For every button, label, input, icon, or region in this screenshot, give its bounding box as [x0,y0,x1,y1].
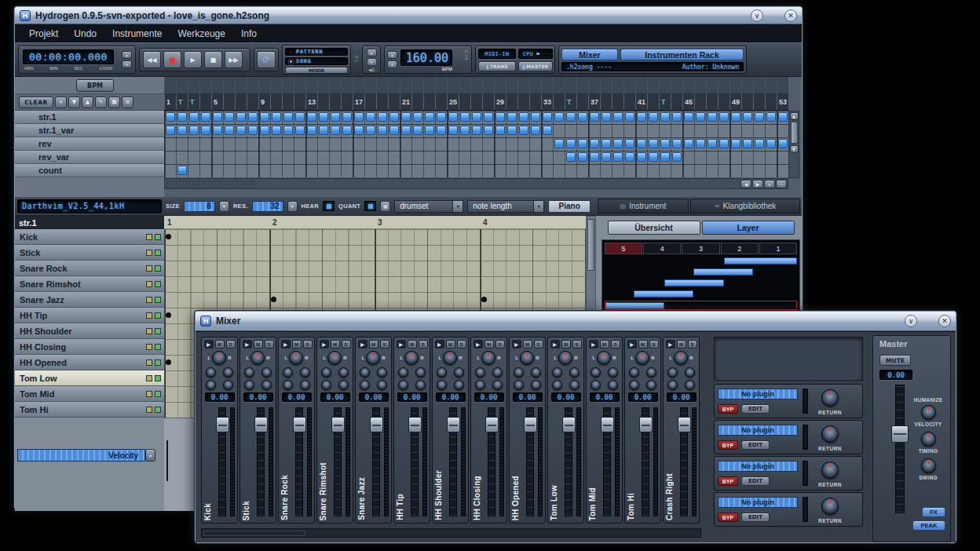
close-window-icon[interactable]: ✕ [938,315,951,327]
timeline-bpm-button[interactable]: BPM [76,79,114,92]
instrument-mute-led[interactable] [146,265,152,272]
pan-knob[interactable] [289,351,303,365]
channel-fader-handle[interactable] [216,417,229,432]
menu-info[interactable]: Info [233,27,265,41]
instrument-solo-led[interactable] [155,344,161,350]
song-pattern-cell[interactable] [378,112,387,122]
instrument-solo-led[interactable] [155,234,161,240]
instrument-row-snare-rimshot[interactable]: Snare Rimshot [15,276,164,292]
song-list-tool-button[interactable]: ≡ [122,97,133,108]
play-button[interactable]: ▶ [184,51,202,68]
song-pattern-cell[interactable] [613,112,623,122]
instrument-row-tom-mid[interactable]: Tom Mid [15,386,164,402]
channel-mute-button[interactable]: M [254,340,263,348]
pan-knob[interactable] [212,351,226,365]
song-pattern-cell[interactable] [507,112,517,122]
song-pattern-cell[interactable] [696,139,705,148]
scroll-down-icon[interactable]: ▼ [790,145,799,153]
song-pattern-cell[interactable] [166,126,175,135]
pan-knob[interactable] [250,351,265,365]
fx-bypass-button[interactable]: BYP [718,440,738,450]
pattern-vscroll-handle[interactable] [587,219,594,271]
song-pattern-cell[interactable] [472,112,481,122]
song-pattern-cell[interactable] [637,112,646,122]
instrument-mute-led[interactable] [146,312,152,319]
song-pattern-cell[interactable] [743,139,752,148]
fx-send-knob[interactable] [223,380,233,390]
song-pattern-cell[interactable] [166,112,175,122]
song-pattern-cell[interactable] [319,112,328,122]
mode-switch-button[interactable]: MODE [285,67,348,74]
tab-overview[interactable]: Übersicht [608,221,700,235]
pan-knob[interactable] [404,351,419,365]
fx-send-knob[interactable] [300,367,310,378]
instrument-row-tom-low[interactable]: Tom Low [15,370,164,386]
channel-play-button[interactable]: ▶ [281,340,291,348]
size-combo-button[interactable]: ▾ [219,201,229,212]
quantize-grid-icon[interactable]: ▦ [380,201,390,212]
fx-send-knob[interactable] [415,380,426,390]
channel-solo-button[interactable]: S [380,340,389,348]
tab-instrument[interactable]: ▤Instrument [598,199,689,213]
song-select-tool-button[interactable]: ▼ [68,97,80,108]
channel-solo-button[interactable]: S [303,340,313,348]
song-pattern-cell[interactable] [307,126,316,135]
pan-knob[interactable] [635,351,649,365]
song-pattern-cell[interactable] [684,139,693,148]
channel-fader-handle[interactable] [601,417,614,432]
hear-notes-toggle[interactable] [323,201,335,211]
channel-solo-button[interactable]: S [265,340,274,348]
drumset-combo[interactable]: drumset▾ [394,200,463,213]
song-pattern-cell[interactable] [543,112,552,122]
channel-play-button[interactable]: ▶ [320,340,329,348]
fx-bypass-button[interactable]: BYP [718,404,738,414]
scroll-left-button[interactable]: ◀ [740,180,751,188]
channel-solo-button[interactable]: S [495,340,505,348]
fx-send-knob[interactable] [591,380,601,390]
close-window-icon[interactable]: ✕ [784,9,797,22]
song-pattern-cell[interactable] [708,139,717,148]
channel-play-button[interactable]: ▶ [627,340,637,348]
channel-mute-button[interactable]: M [600,340,609,348]
song-pattern-cell[interactable] [213,126,222,135]
fx-send-knob[interactable] [206,367,216,378]
bpm-up-button[interactable]: ▴ [387,51,397,59]
fx-send-knob[interactable] [454,380,464,390]
song-pattern-cell[interactable] [484,126,493,135]
time-up-button[interactable]: ▴ [122,51,132,59]
bpm-down-button[interactable]: ▾ [387,60,397,68]
song-pattern-cell[interactable] [766,139,776,148]
channel-play-button[interactable]: ▶ [512,340,521,348]
channel-solo-button[interactable]: S [688,340,697,348]
layer-velocity-bar[interactable] [693,268,753,276]
channel-fader-handle[interactable] [331,417,345,432]
fx-send-knob[interactable] [398,380,408,390]
song-track-rev-var[interactable]: rev_var [15,151,164,164]
song-pattern-cell[interactable] [484,112,493,122]
channel-play-button[interactable]: ▶ [589,340,598,348]
fx-send-knob[interactable] [492,380,503,390]
song-pattern-cell[interactable] [649,112,658,122]
song-pattern-cell[interactable] [578,139,587,148]
fx-send-knob[interactable] [667,380,678,390]
fx-return-knob[interactable] [821,425,839,443]
song-pattern-cell[interactable] [236,112,246,122]
channel-play-button[interactable]: ▶ [243,340,252,348]
channel-mute-button[interactable]: M [215,340,225,348]
fx-send-knob[interactable] [552,367,562,378]
channel-fader-handle[interactable] [485,417,499,432]
song-pattern-cell[interactable] [519,126,528,135]
instrument-row-snare-rock[interactable]: Snare Rock [15,261,164,276]
fx-send-knob[interactable] [377,380,387,390]
pan-knob[interactable] [443,351,457,365]
layer-velocity-bar[interactable] [605,302,664,309]
channel-fader-handle[interactable] [447,417,460,432]
song-pattern-cell[interactable] [307,112,316,122]
time-down-button[interactable]: ▾ [122,60,132,68]
song-pattern-cell[interactable] [213,112,222,122]
fx-send-knob[interactable] [646,367,656,378]
song-pattern-cell[interactable] [554,112,564,122]
layer-header-5[interactable]: 5 [605,243,642,254]
song-pattern-cell[interactable] [684,112,693,122]
mixer-titlebar[interactable]: H Mixer ∨ ✕ [196,312,956,331]
